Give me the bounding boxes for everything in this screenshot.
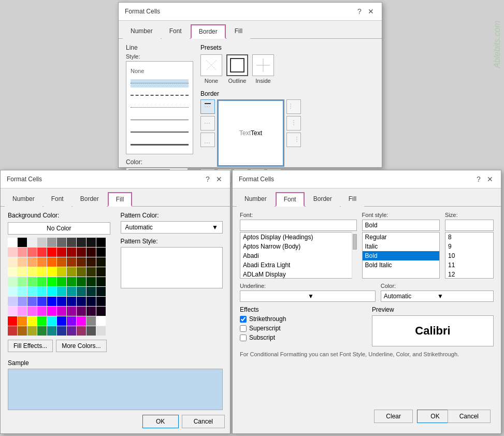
color-cell-61[interactable] bbox=[18, 297, 27, 306]
pattern-color-dropdown[interactable]: Automatic ▼ bbox=[121, 221, 223, 234]
color-cell-70[interactable] bbox=[8, 307, 17, 316]
tab-font-3[interactable]: Font bbox=[276, 192, 305, 207]
color-cell-42[interactable] bbox=[27, 277, 37, 286]
color-cell-3[interactable] bbox=[37, 238, 47, 247]
color-cell-17[interactable] bbox=[77, 248, 86, 257]
color-cell-40[interactable] bbox=[8, 277, 17, 286]
color-cell-45[interactable] bbox=[57, 277, 66, 286]
strikethrough-checkbox[interactable] bbox=[240, 316, 247, 323]
color-cell-83[interactable] bbox=[37, 316, 47, 326]
color-cell-55[interactable] bbox=[57, 287, 66, 296]
color-cell-82[interactable] bbox=[27, 316, 37, 326]
color-cell-15[interactable] bbox=[57, 248, 66, 257]
color-dropdown-font[interactable]: Automatic ▼ bbox=[381, 290, 494, 302]
color-cell-51[interactable] bbox=[18, 287, 27, 296]
color-cell-47[interactable] bbox=[77, 277, 86, 286]
font-style-list[interactable]: RegularItalicBoldBold Italic bbox=[362, 232, 440, 279]
color-cell-63[interactable] bbox=[37, 297, 47, 306]
color-cell-64[interactable] bbox=[47, 297, 56, 306]
tab-border-1[interactable]: Border bbox=[191, 24, 226, 39]
font-style-item-3[interactable]: Bold Italic bbox=[363, 260, 439, 270]
color-cell-4[interactable] bbox=[47, 238, 56, 247]
color-cell-87[interactable] bbox=[77, 316, 86, 326]
color-cell-16[interactable] bbox=[67, 248, 76, 257]
color-cell-29[interactable] bbox=[96, 257, 106, 267]
line-style-solid2[interactable] bbox=[131, 128, 189, 136]
color-cell-86[interactable] bbox=[67, 316, 76, 326]
font-style-item-0[interactable]: Regular bbox=[363, 232, 439, 242]
font-list-item-0[interactable]: Aptos Display (Headings) bbox=[240, 232, 352, 242]
color-cell-41[interactable] bbox=[18, 277, 27, 286]
tab-fill-3[interactable]: Fill bbox=[341, 192, 364, 207]
color-cell-91[interactable] bbox=[18, 326, 27, 336]
tab-number-1[interactable]: Number bbox=[123, 24, 161, 39]
color-cell-13[interactable] bbox=[37, 248, 47, 257]
font-style-input[interactable] bbox=[362, 220, 440, 231]
color-cell-0[interactable] bbox=[8, 238, 17, 247]
line-style-dot[interactable] bbox=[131, 79, 189, 88]
color-cell-10[interactable] bbox=[8, 248, 17, 257]
color-cell-99[interactable] bbox=[96, 326, 106, 336]
color-cell-1[interactable] bbox=[18, 238, 27, 247]
clear-button[interactable]: Clear bbox=[374, 410, 413, 423]
color-cell-44[interactable] bbox=[47, 277, 56, 286]
color-cell-28[interactable] bbox=[87, 257, 96, 267]
tab-font-2[interactable]: Font bbox=[44, 192, 71, 207]
color-cell-12[interactable] bbox=[27, 248, 37, 257]
font-size-item-3[interactable]: 11 bbox=[445, 260, 493, 270]
color-cell-68[interactable] bbox=[87, 297, 96, 306]
color-cell-53[interactable] bbox=[37, 287, 47, 296]
color-cell-20[interactable] bbox=[8, 257, 17, 267]
dialog1-close-button[interactable]: ✕ bbox=[366, 7, 376, 16]
color-cell-27[interactable] bbox=[77, 257, 86, 267]
tab-font-1[interactable]: Font bbox=[162, 24, 190, 39]
font-list-item-1[interactable]: Aptos Narrow (Body) bbox=[240, 242, 352, 251]
tab-fill-2[interactable]: Fill bbox=[108, 192, 132, 207]
line-style-solid1[interactable] bbox=[131, 116, 189, 124]
color-cell-23[interactable] bbox=[37, 257, 47, 267]
color-cell-92[interactable] bbox=[27, 326, 37, 336]
color-cell-65[interactable] bbox=[57, 297, 66, 306]
font-size-item-2[interactable]: 10 bbox=[445, 251, 493, 260]
font-list-item-3[interactable]: Abadi Extra Light bbox=[240, 260, 352, 270]
color-cell-34[interactable] bbox=[47, 267, 56, 277]
color-cell-33[interactable] bbox=[37, 267, 47, 277]
color-cell-60[interactable] bbox=[8, 297, 17, 306]
line-style-dashdot[interactable] bbox=[131, 104, 189, 112]
color-cell-66[interactable] bbox=[67, 297, 76, 306]
font-input[interactable] bbox=[240, 220, 357, 231]
color-cell-9[interactable] bbox=[96, 238, 106, 247]
font-list-item-2[interactable]: Abadi bbox=[240, 251, 352, 260]
dialog2-cancel-button[interactable]: Cancel bbox=[182, 415, 225, 428]
color-cell-97[interactable] bbox=[77, 326, 86, 336]
pattern-style-box[interactable] bbox=[121, 247, 223, 288]
dialog3-close-button[interactable]: ✕ bbox=[485, 175, 495, 184]
more-colors-button[interactable]: More Colors... bbox=[56, 340, 106, 352]
color-cell-22[interactable] bbox=[27, 257, 37, 267]
font-size-item-0[interactable]: 8 bbox=[445, 232, 493, 242]
color-cell-54[interactable] bbox=[47, 287, 56, 296]
color-cell-14[interactable] bbox=[47, 248, 56, 257]
superscript-checkbox[interactable] bbox=[240, 325, 247, 332]
color-cell-52[interactable] bbox=[27, 287, 37, 296]
color-cell-78[interactable] bbox=[87, 307, 96, 316]
color-cell-89[interactable] bbox=[96, 316, 106, 326]
tab-number-3[interactable]: Number bbox=[237, 192, 275, 207]
color-cell-81[interactable] bbox=[18, 316, 27, 326]
color-cell-37[interactable] bbox=[77, 267, 86, 277]
line-style-solid3[interactable] bbox=[131, 140, 189, 149]
color-cell-75[interactable] bbox=[57, 307, 66, 316]
color-cell-36[interactable] bbox=[67, 267, 76, 277]
dialog1-help-button[interactable]: ? bbox=[355, 7, 364, 16]
color-cell-77[interactable] bbox=[77, 307, 86, 316]
color-cell-62[interactable] bbox=[27, 297, 37, 306]
color-cell-35[interactable] bbox=[57, 267, 66, 277]
preset-none[interactable]: None bbox=[200, 54, 222, 84]
underline-dropdown[interactable]: ▼ bbox=[240, 290, 376, 302]
border-btn-top[interactable] bbox=[200, 99, 215, 114]
line-style-none[interactable]: None bbox=[131, 67, 189, 75]
line-style-dash[interactable] bbox=[131, 91, 189, 99]
dialog2-ok-button[interactable]: OK bbox=[142, 415, 179, 428]
color-cell-58[interactable] bbox=[87, 287, 96, 296]
dialog2-close-button[interactable]: ✕ bbox=[214, 175, 224, 184]
